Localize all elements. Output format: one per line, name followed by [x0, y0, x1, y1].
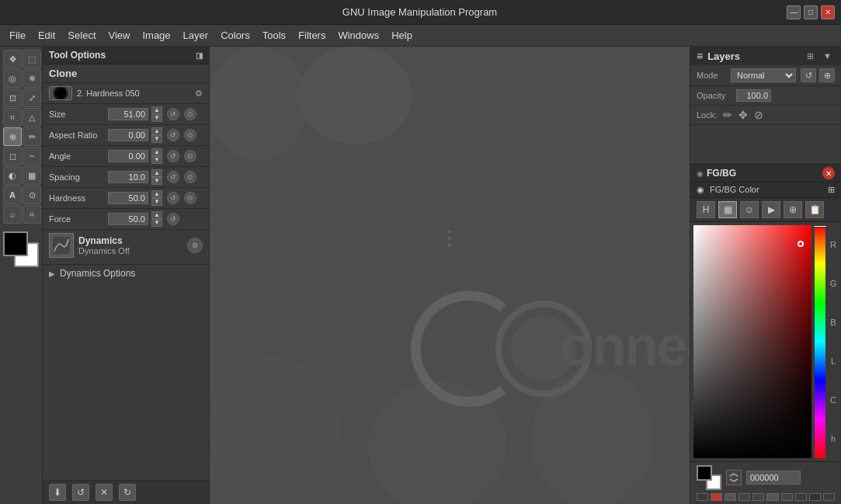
aspect-ratio-input[interactable] — [108, 129, 148, 141]
gimp-canvas[interactable]: onnect — [210, 47, 690, 504]
transform-tool[interactable]: ⤢ — [23, 89, 41, 107]
color-tab-gradient[interactable]: ▶ — [762, 201, 780, 218]
color-bar-10[interactable] — [823, 493, 835, 501]
angle-down[interactable]: ▼ — [151, 156, 162, 164]
opacity-input[interactable] — [736, 89, 771, 102]
mode-refresh-btn[interactable]: ↺ — [801, 68, 816, 82]
size-input[interactable] — [108, 108, 148, 120]
size-reset[interactable]: ↺ — [167, 108, 179, 120]
tool-options-header[interactable]: Tool Options ◨ — [43, 47, 209, 64]
pencil-tool[interactable]: ✏ — [23, 127, 41, 146]
fg-swatch[interactable] — [697, 465, 712, 481]
fgbg-expand-btn[interactable]: ⊞ — [828, 185, 835, 195]
hardness-down[interactable]: ▼ — [151, 198, 162, 206]
lock-position-btn[interactable]: ✥ — [738, 109, 748, 121]
menu-colors[interactable]: Colors — [214, 26, 256, 44]
force-down[interactable]: ▼ — [151, 219, 162, 227]
lasso-tool[interactable]: ◎ — [3, 69, 22, 88]
force-input[interactable] — [108, 213, 148, 225]
angle-pin[interactable]: ⊙ — [184, 150, 196, 162]
menu-file[interactable]: File — [3, 26, 32, 44]
angle-input[interactable] — [108, 150, 148, 162]
spacing-input[interactable] — [108, 171, 148, 183]
hue-slider[interactable] — [815, 225, 825, 458]
force-up[interactable]: ▲ — [151, 211, 162, 219]
spacing-reset[interactable]: ↺ — [167, 171, 179, 183]
zoom-tool[interactable]: ⌕ — [3, 205, 22, 224]
smudge-tool[interactable]: ~ — [23, 147, 41, 165]
hardness-input[interactable] — [108, 192, 148, 204]
lock-alpha-btn[interactable]: ⊘ — [754, 109, 763, 121]
mode-action-btn[interactable]: ⊕ — [819, 68, 835, 82]
color-tab-palette[interactable]: ▦ — [718, 201, 737, 218]
color-tab-sample[interactable]: 📋 — [805, 201, 824, 218]
aspect-reset[interactable]: ↺ — [167, 129, 179, 141]
close-button[interactable]: ✕ — [821, 5, 835, 19]
paths-tool[interactable]: ⌗ — [23, 205, 41, 224]
menu-view[interactable]: View — [103, 26, 137, 44]
color-pick-tool[interactable]: ⊙ — [23, 186, 41, 204]
hardness-up[interactable]: ▲ — [151, 190, 162, 198]
color-bar-2[interactable] — [711, 493, 722, 501]
menu-select[interactable]: Select — [61, 26, 102, 44]
color-tab-wheel[interactable]: ☺ — [740, 201, 759, 218]
color-bar-1[interactable] — [697, 493, 708, 501]
clone-tool[interactable]: ⊕ — [3, 127, 22, 146]
text-tool[interactable]: A — [3, 186, 22, 204]
angle-reset[interactable]: ↺ — [167, 150, 179, 162]
blend-tool[interactable]: ▦ — [23, 166, 41, 185]
size-pin[interactable]: ⊙ — [184, 108, 196, 120]
color-bar-5[interactable] — [752, 493, 764, 501]
menu-image[interactable]: Image — [136, 26, 176, 44]
heal-tool[interactable]: ⌗ — [3, 108, 22, 127]
canvas-area[interactable]: onnect — [210, 47, 690, 504]
hardness-pin[interactable]: ⊙ — [184, 192, 196, 204]
erase-tool[interactable]: ◻ — [3, 147, 22, 165]
maximize-button[interactable]: □ — [804, 5, 818, 19]
menu-layer[interactable]: Layer — [177, 26, 215, 44]
hex-color-input[interactable] — [746, 471, 801, 485]
color-tab-hex[interactable]: H — [697, 201, 715, 218]
menu-help[interactable]: Help — [385, 26, 419, 44]
dodge-tool[interactable]: ◐ — [3, 166, 22, 185]
aspect-down[interactable]: ▼ — [151, 135, 162, 143]
aspect-up[interactable]: ▲ — [151, 127, 162, 135]
spacing-up[interactable]: ▲ — [151, 169, 162, 177]
fgbg-close-button[interactable]: ✕ — [822, 167, 835, 179]
minimize-button[interactable]: — — [787, 5, 801, 19]
crop-tool[interactable]: ⊡ — [3, 89, 22, 107]
redo-button[interactable]: ↻ — [119, 484, 136, 501]
dynamics-options-row[interactable]: ▶ Dynamics Options — [43, 265, 209, 282]
brush-options-icon[interactable]: ⚙ — [195, 89, 203, 99]
color-tab-mix[interactable]: ⊕ — [784, 201, 802, 218]
color-bar-3[interactable] — [725, 493, 736, 501]
swap-fg-bg-btn[interactable] — [726, 470, 742, 485]
delete-button[interactable]: ✕ — [96, 484, 113, 501]
rect-select-tool[interactable]: ⬚ — [23, 50, 41, 68]
undo-button[interactable]: ↺ — [72, 484, 89, 501]
force-reset[interactable]: ↺ — [167, 213, 179, 225]
angle-up[interactable]: ▲ — [151, 148, 162, 156]
dynamics-options-btn[interactable]: ⚙ — [187, 238, 203, 253]
aspect-pin[interactable]: ⊙ — [184, 129, 196, 141]
color-gradient-bg[interactable] — [693, 225, 811, 458]
menu-filters[interactable]: Filters — [292, 26, 332, 44]
mode-select[interactable]: Normal Multiply Screen Overlay — [731, 68, 796, 82]
size-down[interactable]: ▼ — [151, 114, 162, 122]
layers-menu-btn[interactable]: ▼ — [820, 50, 835, 62]
color-bar-8[interactable] — [795, 493, 807, 501]
menu-edit[interactable]: Edit — [32, 26, 61, 44]
layers-expand-btn[interactable]: ⊞ — [804, 50, 817, 62]
color-bar-6[interactable] — [766, 493, 778, 501]
size-up[interactable]: ▲ — [151, 106, 162, 114]
move-tool[interactable]: ✥ — [3, 50, 22, 68]
color-gradient[interactable] — [693, 225, 811, 458]
tool-options-expand[interactable]: ◨ — [196, 51, 203, 60]
fg-color-swatch[interactable] — [3, 231, 28, 256]
hardness-reset[interactable]: ↺ — [167, 192, 179, 204]
spacing-pin[interactable]: ⊙ — [184, 171, 196, 183]
color-bar-7[interactable] — [781, 493, 793, 501]
brush-preview[interactable] — [49, 86, 72, 100]
menu-tools[interactable]: Tools — [256, 26, 292, 44]
fuzzy-select-tool[interactable]: ✵ — [23, 69, 41, 88]
